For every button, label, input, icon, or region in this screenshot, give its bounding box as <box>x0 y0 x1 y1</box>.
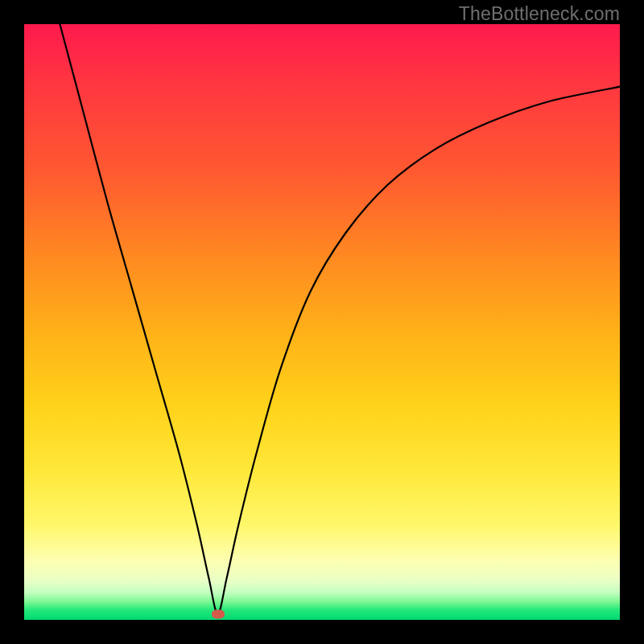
plot-area <box>24 24 620 620</box>
curve-path <box>60 24 620 614</box>
bottleneck-curve <box>24 24 620 620</box>
watermark-text: TheBottleneck.com <box>459 3 620 25</box>
chart-frame: TheBottleneck.com <box>0 0 644 644</box>
optimal-point-marker <box>212 609 225 618</box>
